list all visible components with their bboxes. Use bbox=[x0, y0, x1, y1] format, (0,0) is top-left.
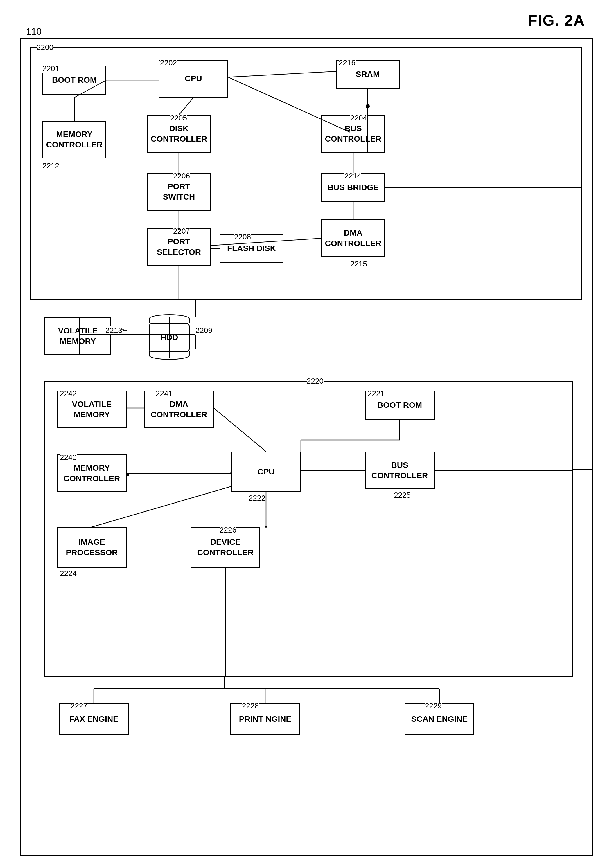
ref-2241: 2241 bbox=[156, 389, 173, 398]
ref-2228: 2228 bbox=[242, 701, 259, 710]
ref-2229: 2229 bbox=[425, 701, 442, 710]
block-mem-ctrl-2212: MEMORY CONTROLLER bbox=[42, 121, 106, 158]
ref-2209: 2209 bbox=[196, 326, 212, 335]
box-2200: 2200 BOOT ROM 2201 CPU 2202 SRAM 2216 ME… bbox=[30, 47, 582, 300]
page-title: FIG. 2A bbox=[528, 12, 585, 29]
block-print-engine: PRINT NGINE bbox=[230, 703, 300, 735]
block-volatile-mem-top: VOLATILE MEMORY bbox=[44, 317, 111, 355]
outer-box: 2200 BOOT ROM 2201 CPU 2202 SRAM 2216 ME… bbox=[20, 38, 592, 856]
ref-2220: 2220 bbox=[307, 377, 323, 386]
box-2220: 2220 VOLATILE MEMORY 2242 DMA CONTROLLER… bbox=[44, 381, 573, 677]
svg-marker-15 bbox=[211, 244, 212, 247]
block-image-proc: IMAGE PROCESSOR bbox=[57, 527, 127, 567]
svg-point-4 bbox=[366, 104, 370, 108]
svg-marker-30 bbox=[264, 525, 267, 529]
ref-2202: 2202 bbox=[160, 58, 177, 67]
ref-2227: 2227 bbox=[71, 701, 87, 710]
ref-2214: 2214 bbox=[345, 172, 361, 180]
svg-marker-11 bbox=[211, 247, 212, 250]
ref-2226: 2226 bbox=[219, 525, 236, 535]
ref-2208: 2208 bbox=[234, 232, 251, 242]
ref-2222: 2222 bbox=[249, 494, 266, 503]
ref-110: 110 bbox=[26, 26, 42, 37]
block-fax-engine: FAX ENGINE bbox=[59, 703, 129, 735]
svg-line-2 bbox=[179, 98, 193, 115]
ref-2224: 2224 bbox=[60, 569, 77, 578]
ref-2213: 2213 bbox=[106, 326, 122, 335]
ref-2212: 2212 bbox=[42, 161, 59, 170]
block-hdd: HDD bbox=[149, 314, 190, 360]
dot-mem-ctrl bbox=[126, 473, 129, 476]
ref-2225: 2225 bbox=[394, 491, 411, 500]
ref-2201: 2201 bbox=[42, 64, 59, 73]
svg-line-22 bbox=[214, 408, 266, 451]
connectors-2200 bbox=[31, 48, 581, 299]
ref-2240: 2240 bbox=[60, 453, 77, 462]
ref-2204: 2204 bbox=[350, 113, 367, 122]
ref-2200: 2200 bbox=[37, 43, 53, 52]
ref-2216: 2216 bbox=[339, 58, 356, 67]
block-bus-ctrl-2225: BUS CONTROLLER bbox=[365, 451, 435, 489]
block-cpu-2222: CPU bbox=[231, 451, 301, 492]
ref-2206: 2206 bbox=[173, 172, 190, 180]
ref-2242: 2242 bbox=[60, 389, 77, 398]
block-dma-ctrl-2215: DMA CONTROLLER bbox=[321, 219, 385, 257]
ref-2215: 2215 bbox=[350, 259, 367, 268]
ref-2209-arrow: ~ bbox=[123, 326, 127, 335]
ref-2221: 2221 bbox=[368, 389, 384, 398]
block-dma-ctrl-2241: DMA CONTROLLER bbox=[144, 391, 214, 428]
ref-2205: 2205 bbox=[170, 113, 187, 122]
block-flash-disk: FLASH DISK bbox=[219, 234, 283, 263]
svg-line-1 bbox=[228, 71, 336, 77]
ref-2207: 2207 bbox=[173, 227, 190, 236]
svg-line-31 bbox=[92, 487, 231, 527]
